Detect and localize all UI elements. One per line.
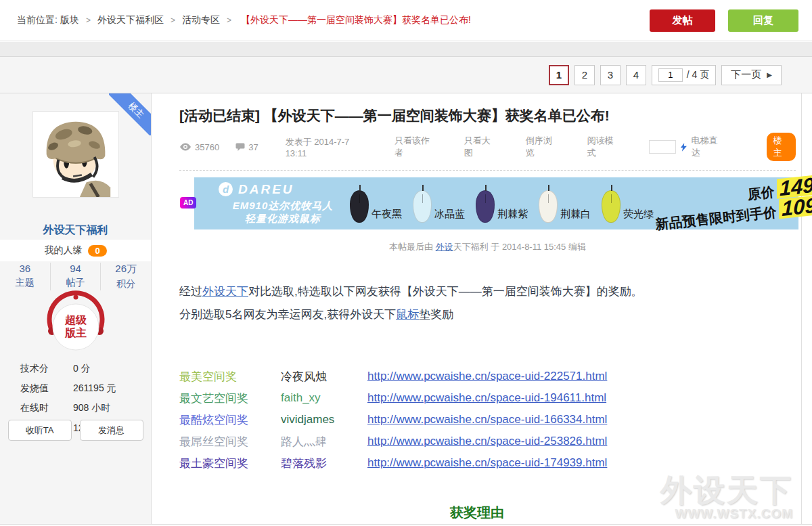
page-button-1[interactable]: 1 — [549, 65, 569, 85]
detail-row-fever: 发烧值 261195 元 — [20, 378, 116, 398]
super-moderator-medal: 超级 版主 — [42, 288, 110, 356]
breadcrumb-separator: > — [227, 16, 231, 25]
reading-mode-link[interactable]: 阅读模式 — [587, 135, 619, 159]
banner-product-line2: 轻量化游戏鼠标 — [219, 212, 347, 225]
mouse-black-icon — [350, 190, 369, 223]
floor-jump-input[interactable] — [649, 140, 676, 154]
post-meta-row: 35760 37 发表于 2014-7-7 13:11 只看该作者 只看大图 倒… — [179, 133, 796, 161]
mouse-green-icon — [602, 190, 621, 223]
detail-row-online: 在线时 908 小时 — [20, 398, 116, 418]
popularity-badge[interactable]: 0 — [88, 245, 106, 257]
dareu-ad-banner[interactable]: AD d DAREU EM910达尔优牧马人 轻量化游戏鼠标 午夜黑 冰晶蓝 — [194, 177, 798, 229]
banner-price-block: 原价149 新品预售限时到手价109 — [652, 175, 812, 232]
dareu-logo-icon: d — [219, 182, 233, 196]
breadcrumb-link-welfare[interactable]: 外设天下福利区 — [97, 14, 164, 26]
reverse-order-link[interactable]: 倒序浏览 — [526, 135, 558, 159]
elevator-bolt-icon — [680, 142, 687, 152]
breadcrumb-link-activity[interactable]: 活动专区 — [182, 14, 220, 26]
award-row: 最土豪空间奖 碧落残影 http://www.pcwaishe.cn/space… — [179, 452, 796, 474]
soldier-avatar-illustration — [33, 112, 118, 197]
view-large-images-link[interactable]: 只看大图 — [464, 135, 496, 159]
author-sidebar: 楼主 — [0, 93, 152, 524]
winner-space-url[interactable]: http://www.pcwaishe.cn/space-uid-166334.… — [367, 413, 607, 426]
winner-name: 碧落残影 — [281, 456, 367, 471]
winner-name: 路人灬肆 — [281, 434, 367, 450]
post-body: 经过外设天下对比选取,特选取以下网友获得【外设天下——第一届空间装饰大赛】的奖励… — [179, 280, 796, 326]
award-list: 最美空间奖 冷夜风烛 http://www.pcwaishe.cn/space-… — [179, 366, 796, 474]
banner-product-line1: EM910达尔优牧马人 — [219, 199, 347, 213]
breadcrumb-current: 【外设天下——第一届空间装饰大赛】获奖名单已公布! — [241, 14, 471, 26]
view-author-only-link[interactable]: 只看该作者 — [394, 135, 434, 159]
detail-row-tech: 技术分 0 分 — [20, 359, 116, 378]
top-bar: 当前位置: 版块 > 外设天下福利区 > 活动专区 > 【外设天下——第一届空间… — [0, 0, 812, 41]
winner-name: faith_xy — [281, 391, 367, 405]
stat-threads[interactable]: 36 主题 — [0, 263, 50, 290]
stat-posts[interactable]: 94 帖子 — [50, 263, 101, 290]
new-price: 109 — [779, 195, 812, 219]
post-title: [活动已结束] 【外设天下——第一届空间装饰大赛】获奖名单已公布! — [179, 106, 796, 125]
send-message-button[interactable]: 发消息 — [80, 420, 143, 441]
medal-text-line1: 超级 — [64, 314, 87, 326]
author-username[interactable]: 外设天下福利 — [0, 223, 151, 238]
stat-credits[interactable]: 26万 积分 — [100, 263, 151, 290]
follow-button[interactable]: 收听TA — [8, 420, 72, 441]
award-row: 最屌丝空间奖 路人灬肆 http://www.pcwaishe.cn/space… — [179, 431, 796, 452]
mouse-purple-icon — [476, 190, 495, 223]
mouse-variant: 荆棘白 — [539, 185, 591, 223]
page-jump-input[interactable] — [658, 68, 683, 82]
award-title: 最文艺空间奖 — [179, 391, 281, 406]
winner-name: vividjames — [281, 413, 367, 426]
medal-text-line2: 版主 — [64, 326, 87, 338]
banner-brand-block: d DAREU EM910达尔优牧马人 轻量化游戏鼠标 — [194, 182, 347, 225]
award-title: 最土豪空间奖 — [179, 456, 281, 471]
award-title: 最屌丝空间奖 — [179, 434, 281, 450]
page-total-label: / 4 页 — [687, 69, 709, 81]
eye-icon — [179, 143, 191, 151]
brand-name: DAREU — [238, 182, 294, 197]
winner-space-url[interactable]: http://www.pcwaishe.cn/space-uid-222571.… — [367, 370, 607, 382]
next-page-button[interactable]: 下一页 ▶ — [721, 65, 782, 85]
breadcrumb: 当前位置: 版块 > 外设天下福利区 > 活动专区 > 【外设天下——第一届空间… — [17, 14, 471, 26]
watermark-brand: 外设天下 — [660, 474, 793, 506]
mouse-variant: 荆棘紫 — [476, 185, 528, 223]
mousepad-link[interactable]: 鼠标 — [396, 308, 419, 321]
post-content: [活动已结束] 【外设天下——第一届空间装饰大赛】获奖名单已公布! 35760 … — [152, 93, 802, 524]
ad-badge: AD — [180, 197, 196, 209]
breadcrumb-separator: > — [86, 16, 91, 25]
mouse-iceblue-icon — [413, 190, 432, 223]
winner-space-url[interactable]: http://www.pcwaishe.cn/space-uid-253826.… — [367, 435, 607, 447]
edit-note: 本帖最后由 外设天下福利 于 2014-8-11 15:45 编辑 — [179, 241, 796, 253]
main-area: 楼主 — [0, 93, 812, 525]
page-button-2[interactable]: 2 — [574, 65, 595, 85]
mouse-variant: 荧光绿 — [602, 185, 654, 223]
popularity-strip: 我的人缘 0 — [0, 240, 151, 261]
page-button-3[interactable]: 3 — [600, 65, 621, 85]
view-count: 35760 — [179, 142, 219, 152]
mouse-variant: 午夜黑 — [350, 185, 402, 223]
winner-space-url[interactable]: http://www.pcwaishe.cn/space-uid-194611.… — [367, 391, 606, 404]
next-page-arrow-icon: ▶ — [767, 71, 772, 79]
pcwaishe-link[interactable]: 外设天下 — [202, 285, 248, 298]
award-reason-heading: 获奖理由 — [179, 504, 775, 522]
award-title: 最酷炫空间奖 — [179, 412, 281, 428]
avatar[interactable] — [32, 111, 119, 198]
award-row: 最文艺空间奖 faith_xy http://www.pcwaishe.cn/s… — [179, 387, 796, 409]
mouse-variant: 冰晶蓝 — [413, 185, 465, 223]
winner-name: 冷夜风烛 — [281, 369, 367, 385]
mouse-white-icon — [539, 190, 558, 223]
pagination-bar: 1 2 3 4 / 4 页 下一页 ▶ — [0, 56, 812, 93]
new-post-button[interactable]: 发帖 — [650, 9, 715, 32]
reply-count: 37 — [235, 142, 258, 152]
floor-number-badge[interactable]: 楼主 — [767, 133, 796, 161]
page-button-4[interactable]: 4 — [626, 65, 646, 85]
edit-note-user-link[interactable]: 外设 — [436, 242, 453, 252]
dashed-separator — [179, 170, 796, 171]
banner-mice-row: 午夜黑 冰晶蓝 荆棘紫 荆棘白 荧光绿 — [350, 185, 654, 223]
author-stats: 36 主题 94 帖子 26万 积分 — [0, 263, 151, 290]
elevator-link[interactable]: 电梯直达 — [692, 135, 721, 159]
paragraph-1: 经过外设天下对比选取,特选取以下网友获得【外设天下——第一届空间装饰大赛】的奖励… — [179, 280, 796, 303]
winner-space-url[interactable]: http://www.pcwaishe.cn/space-uid-174939.… — [367, 456, 607, 469]
reply-button[interactable]: 回复 — [728, 9, 798, 32]
page-gap-band — [0, 42, 812, 56]
breadcrumb-link-forum[interactable]: 版块 — [60, 14, 79, 26]
